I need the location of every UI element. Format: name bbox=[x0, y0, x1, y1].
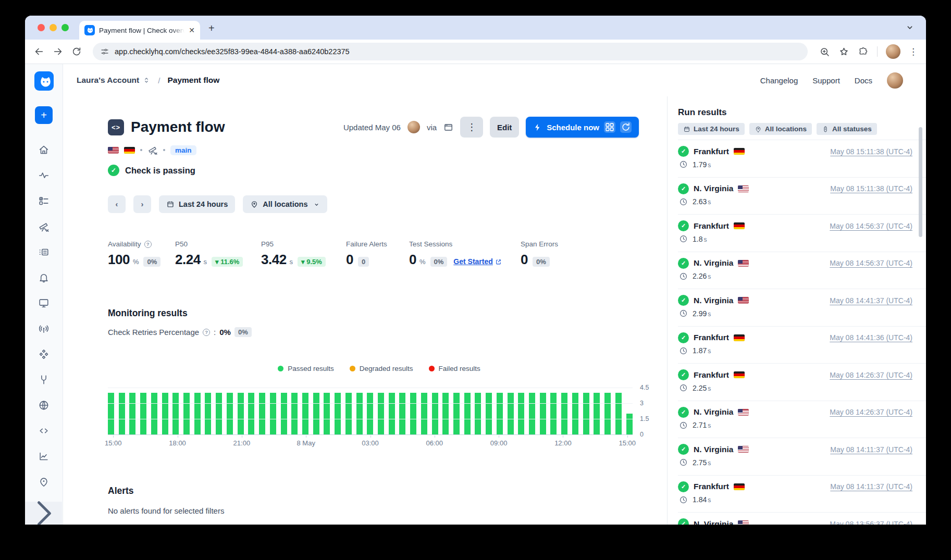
edit-button[interactable]: Edit bbox=[490, 117, 519, 138]
run-row[interactable]: ✓ N. Virginia May 08 13:56:37 (UTC-4) bbox=[678, 512, 926, 525]
run-timestamp-link[interactable]: May 08 14:41:36 (UTC-4) bbox=[830, 333, 912, 342]
run-timestamp-link[interactable]: May 08 15:11:38 (UTC-4) bbox=[830, 184, 912, 193]
zoom-window-button[interactable] bbox=[61, 24, 69, 31]
zoom-page-icon[interactable] bbox=[819, 46, 830, 57]
site-settings-icon[interactable] bbox=[100, 47, 109, 56]
sidebar-nav bbox=[38, 144, 50, 488]
prev-range-button[interactable]: ‹ bbox=[108, 195, 126, 213]
filter-chip[interactable]: All statuses bbox=[817, 123, 877, 135]
branch-badge[interactable]: main bbox=[170, 145, 196, 155]
bookmark-star-icon[interactable] bbox=[838, 46, 849, 57]
filter-chip[interactable]: All locations bbox=[749, 123, 812, 135]
sidebar-nav-icon[interactable] bbox=[38, 349, 50, 360]
legend-item[interactable]: Failed results bbox=[429, 365, 480, 372]
browser-profile-avatar[interactable] bbox=[886, 44, 900, 59]
run-timestamp-link[interactable]: May 08 13:56:37 (UTC-4) bbox=[830, 520, 912, 525]
run-row[interactable]: ✓ N. Virginia May 08 14:11:37 (UTC-4) 2.… bbox=[678, 438, 926, 475]
sidebar-collapse-button[interactable] bbox=[25, 502, 62, 525]
run-flag-icon bbox=[734, 148, 745, 155]
alerts-empty-text: No alerts found for selected filters bbox=[108, 506, 667, 515]
minimize-window-button[interactable] bbox=[50, 24, 57, 31]
us-flag-icon bbox=[108, 147, 119, 154]
checkly-logo[interactable] bbox=[34, 71, 54, 91]
legend-label: Degraded results bbox=[360, 365, 413, 372]
sidebar-nav-icon[interactable] bbox=[38, 476, 50, 488]
header-nav-link[interactable]: Docs bbox=[855, 76, 872, 85]
browser-menu-icon[interactable]: ⋮ bbox=[909, 46, 918, 57]
browser-window: Payment flow | Check overvie ✕ + app.che… bbox=[25, 16, 926, 525]
tab-search-chevron-icon[interactable] bbox=[904, 22, 916, 33]
info-icon[interactable]: ? bbox=[144, 241, 152, 248]
sidebar-nav-icon[interactable] bbox=[38, 451, 50, 462]
check-options-button[interactable]: ⋮ bbox=[460, 117, 483, 138]
run-timestamp-link[interactable]: May 08 14:11:37 (UTC-4) bbox=[830, 482, 912, 491]
close-window-button[interactable] bbox=[38, 24, 45, 31]
header-nav-link[interactable]: Support bbox=[812, 76, 840, 85]
run-row[interactable]: ✓ N. Virginia May 08 14:26:37 (UTC-4) 2.… bbox=[678, 401, 926, 438]
sidebar-nav-icon[interactable] bbox=[38, 425, 50, 437]
locations-filter-button[interactable]: All locations bbox=[243, 195, 327, 213]
sidebar-nav-icon[interactable] bbox=[38, 221, 50, 232]
date-range-button[interactable]: Last 24 hours bbox=[159, 195, 235, 213]
panel-scrollbar[interactable] bbox=[919, 127, 922, 237]
run-row[interactable]: ✓ Frankfurt May 08 14:11:37 (UTC-4) 1.84… bbox=[678, 475, 926, 513]
run-passed-icon: ✓ bbox=[678, 369, 689, 380]
run-row[interactable]: ✓ Frankfurt May 08 14:26:37 (UTC-4) 2.25… bbox=[678, 363, 926, 401]
next-range-button[interactable]: › bbox=[133, 195, 151, 213]
sidebar-nav-icon[interactable] bbox=[38, 246, 50, 258]
header-nav-link[interactable]: Changelog bbox=[760, 76, 798, 85]
result-bar bbox=[464, 393, 471, 434]
address-bar[interactable]: app.checklyhq.com/checks/ee325f83-99ea-4… bbox=[93, 43, 808, 60]
account-switcher-icon[interactable] bbox=[142, 76, 151, 84]
reload-icon[interactable] bbox=[71, 46, 82, 57]
run-timestamp-link[interactable]: May 08 14:11:37 (UTC-4) bbox=[830, 445, 912, 454]
sidebar-nav-icon[interactable] bbox=[38, 297, 50, 309]
breadcrumb-account[interactable]: Laura's Account bbox=[77, 76, 139, 85]
run-row[interactable]: ✓ N. Virginia May 08 14:41:37 (UTC-4) 2.… bbox=[678, 289, 926, 326]
sidebar-nav-icon[interactable] bbox=[38, 195, 50, 207]
run-row[interactable]: ✓ Frankfurt May 08 15:11:38 (UTC-4) 1.79… bbox=[678, 140, 926, 177]
create-button[interactable]: + bbox=[35, 106, 53, 124]
legend-item[interactable]: Degraded results bbox=[350, 365, 413, 372]
check-meta: main bbox=[108, 146, 667, 154]
run-row[interactable]: ✓ N. Virginia May 08 15:11:38 (UTC-4) 2.… bbox=[678, 177, 926, 215]
filter-chip[interactable]: Last 24 hours bbox=[678, 123, 745, 135]
result-bar bbox=[583, 393, 589, 434]
extensions-icon[interactable] bbox=[858, 46, 869, 57]
info-icon[interactable]: ? bbox=[203, 329, 210, 336]
legend-dot-icon bbox=[429, 366, 435, 371]
forward-icon[interactable] bbox=[52, 46, 64, 57]
run-row[interactable]: ✓ Frankfurt May 08 14:41:36 (UTC-4) 1.87… bbox=[678, 326, 926, 364]
result-bar bbox=[497, 393, 503, 434]
sidebar-nav-icon[interactable] bbox=[38, 272, 50, 283]
run-row[interactable]: ✓ Frankfurt May 08 14:56:37 (UTC-4) 1.8s bbox=[678, 214, 926, 252]
back-icon[interactable] bbox=[33, 46, 45, 57]
schedule-now-button[interactable]: Schedule now bbox=[526, 117, 639, 138]
run-timestamp-link[interactable]: May 08 14:56:37 (UTC-4) bbox=[830, 222, 912, 230]
sidebar-nav-icon[interactable] bbox=[38, 144, 50, 156]
result-bar bbox=[313, 393, 319, 434]
tab-close-icon[interactable]: ✕ bbox=[189, 26, 195, 34]
user-avatar[interactable] bbox=[887, 72, 903, 89]
legend-item[interactable]: Passed results bbox=[278, 365, 334, 372]
sidebar-nav-icon[interactable] bbox=[38, 323, 50, 334]
clock-icon bbox=[679, 458, 688, 467]
run-timestamp-link[interactable]: May 08 14:56:37 (UTC-4) bbox=[830, 259, 912, 267]
x-axis-label: 21:00 bbox=[233, 439, 251, 447]
sidebar-nav-icon[interactable] bbox=[38, 170, 50, 181]
browser-check-icon: <> bbox=[108, 119, 124, 135]
run-timestamp-link[interactable]: May 08 15:11:38 (UTC-4) bbox=[830, 147, 912, 156]
get-started-link[interactable]: Get Started bbox=[453, 257, 501, 266]
chevron-right-icon bbox=[25, 495, 62, 525]
sidebar-nav-icon[interactable] bbox=[38, 400, 50, 411]
run-timestamp-link[interactable]: May 08 14:26:37 (UTC-4) bbox=[830, 371, 912, 379]
browser-tab[interactable]: Payment flow | Check overvie ✕ bbox=[79, 21, 200, 40]
run-timestamp-link[interactable]: May 08 14:26:37 (UTC-4) bbox=[830, 408, 912, 416]
run-list: ✓ Frankfurt May 08 15:11:38 (UTC-4) 1.79… bbox=[678, 140, 926, 525]
run-results-panel: Run results Last 24 hours bbox=[667, 96, 926, 525]
result-bar bbox=[119, 393, 125, 434]
run-row[interactable]: ✓ N. Virginia May 08 14:56:37 (UTC-4) 2.… bbox=[678, 252, 926, 289]
new-tab-button[interactable]: + bbox=[208, 22, 215, 34]
sidebar-nav-icon[interactable] bbox=[38, 374, 50, 385]
run-timestamp-link[interactable]: May 08 14:41:37 (UTC-4) bbox=[830, 296, 912, 305]
